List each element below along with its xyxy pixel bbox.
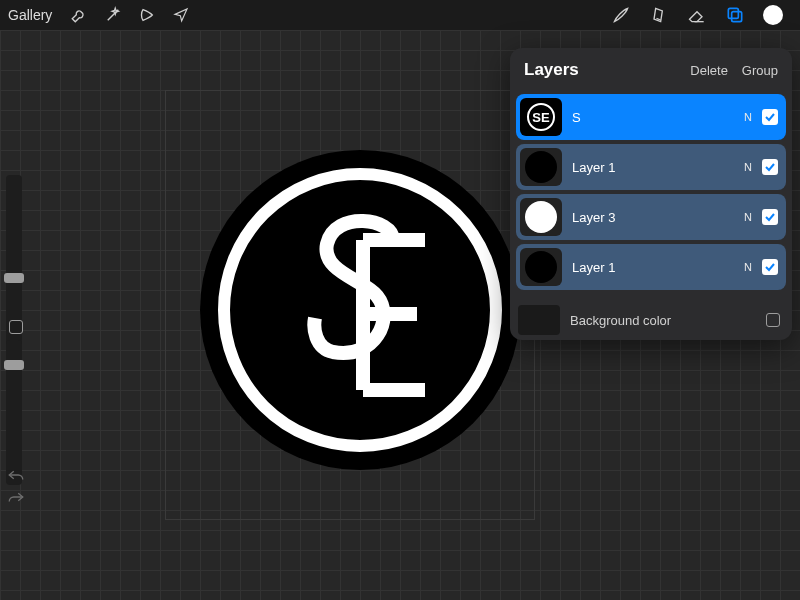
color-swatch-icon	[763, 5, 783, 25]
layer-name-label: S	[572, 110, 734, 125]
undo-redo-group	[4, 462, 28, 510]
move-icon[interactable]	[168, 2, 194, 28]
selection-icon[interactable]	[134, 2, 160, 28]
top-toolbar: Gallery	[0, 0, 800, 30]
layer-name-label: Layer 3	[572, 210, 734, 225]
layers-list: SESNLayer 1NLayer 3NLayer 1N	[510, 94, 792, 300]
layer-thumb-black-circle	[520, 248, 562, 286]
modify-button[interactable]	[9, 320, 23, 334]
blend-mode-label[interactable]: N	[744, 111, 752, 123]
background-label: Background color	[570, 313, 766, 328]
eraser-icon[interactable]	[682, 0, 712, 30]
svg-text:SE: SE	[532, 110, 550, 125]
blend-mode-label[interactable]: N	[744, 261, 752, 273]
brush-size-thumb[interactable]	[4, 273, 24, 283]
gallery-button[interactable]: Gallery	[8, 7, 52, 23]
opacity-thumb[interactable]	[4, 360, 24, 370]
blend-mode-label[interactable]: N	[744, 161, 752, 173]
artwork-se-monogram	[305, 210, 435, 410]
background-thumb	[518, 305, 560, 335]
layers-panel: Layers Delete Group SESNLayer 1NLayer 3N…	[510, 48, 792, 340]
svg-rect-1	[732, 12, 742, 22]
layers-panel-header: Layers Delete Group	[510, 48, 792, 90]
layer-row[interactable]: Layer 1N	[516, 144, 786, 190]
artwork	[200, 150, 520, 470]
layer-row[interactable]: SESN	[516, 94, 786, 140]
blend-mode-label[interactable]: N	[744, 211, 752, 223]
visibility-checkbox[interactable]	[762, 259, 778, 275]
svg-rect-0	[728, 8, 738, 18]
redo-button[interactable]	[4, 488, 28, 506]
layers-icon[interactable]	[720, 0, 750, 30]
color-picker-button[interactable]	[758, 0, 788, 30]
layers-panel-title: Layers	[524, 60, 676, 80]
wrench-icon[interactable]	[66, 2, 92, 28]
layer-row[interactable]: Layer 3N	[516, 194, 786, 240]
brush-icon[interactable]	[606, 0, 636, 30]
smudge-icon[interactable]	[644, 0, 674, 30]
layer-thumb-se: SE	[520, 98, 562, 136]
visibility-checkbox[interactable]	[762, 109, 778, 125]
wand-icon[interactable]	[100, 2, 126, 28]
layer-row[interactable]: Layer 1N	[516, 244, 786, 290]
undo-button[interactable]	[4, 466, 28, 484]
layers-group-button[interactable]: Group	[742, 63, 778, 78]
background-color-row[interactable]: Background color	[510, 300, 792, 340]
layer-thumb-black-circle	[520, 148, 562, 186]
visibility-checkbox[interactable]	[762, 209, 778, 225]
layer-name-label: Layer 1	[572, 260, 734, 275]
layers-delete-button[interactable]: Delete	[690, 63, 728, 78]
background-visibility-checkbox[interactable]	[766, 313, 780, 327]
visibility-checkbox[interactable]	[762, 159, 778, 175]
layer-name-label: Layer 1	[572, 160, 734, 175]
layer-thumb-white-circle	[520, 198, 562, 236]
